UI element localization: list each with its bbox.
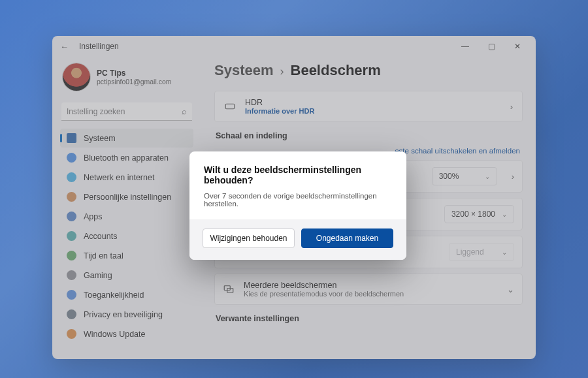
keep-settings-dialog: Wilt u deze beeldscherminstellingen beho…: [189, 151, 406, 260]
dialog-body: Over 7 seconden de vorige beeldschermins…: [204, 192, 392, 208]
keep-changes-button[interactable]: Wijzigingen behouden: [203, 228, 295, 248]
revert-button[interactable]: Ongedaan maken: [301, 228, 393, 248]
dialog-title: Wilt u deze beeldscherminstellingen beho…: [204, 165, 392, 185]
